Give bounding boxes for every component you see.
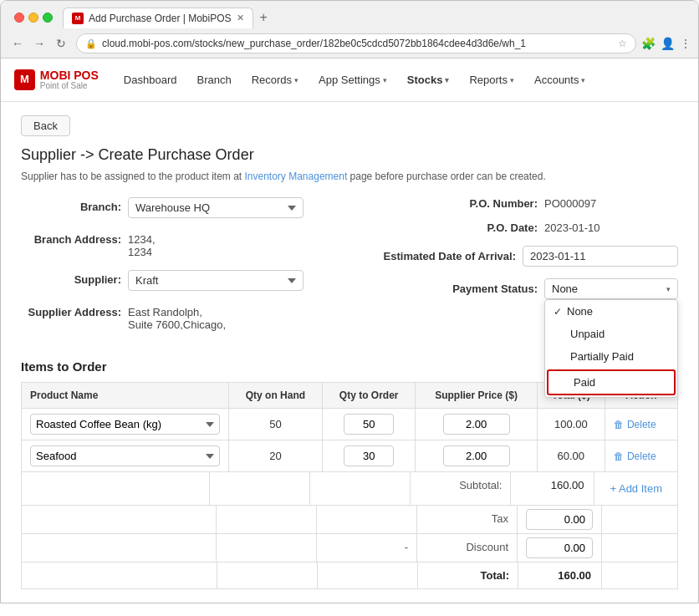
table-row: Seafood 20 60.00 🗑 D <box>22 440 678 472</box>
extension-icon: 🧩 <box>641 37 656 50</box>
trash-icon-1: 🗑 <box>614 451 624 462</box>
discount-input[interactable] <box>526 537 593 558</box>
col-product-name: Product Name <box>22 383 229 409</box>
supplier-address-value: East Randolph, Suite 7600,Chicago, <box>128 303 226 331</box>
nav-dashboard[interactable]: Dashboard <box>115 69 186 91</box>
payment-option-partially-paid[interactable]: Partially Paid <box>545 345 677 368</box>
star-icon: ☆ <box>618 38 627 49</box>
add-item-button[interactable]: + Add Item <box>603 479 669 498</box>
accounts-dropdown-arrow: ▾ <box>581 76 585 84</box>
payment-option-none[interactable]: ✓ None <box>545 300 677 323</box>
totals-section: Subtotal: 160.00 + Add Item Tax <box>21 472 678 589</box>
nav-stocks[interactable]: Stocks ▾ <box>399 69 458 91</box>
discount-label: Discount <box>417 534 518 562</box>
payment-status-menu: ✓ None Unpaid Partially Paid <box>544 299 678 398</box>
refresh-nav-button[interactable]: ↻ <box>51 33 71 53</box>
supplier-address-row: Supplier Address: East Randolph, Suite 7… <box>21 303 349 331</box>
lock-icon: 🔒 <box>85 38 97 49</box>
price-input-1[interactable] <box>443 445 510 466</box>
eta-row: Estimated Date of Arrival: <box>382 246 678 267</box>
branch-address-value: 1234, 1234 <box>128 230 156 258</box>
total-value: 160.00 <box>518 563 602 588</box>
maximize-button[interactable] <box>43 13 53 23</box>
supplier-select[interactable]: Kraft <box>128 270 304 291</box>
app-logo: M MOBI POS Point of Sale <box>14 69 99 90</box>
close-button[interactable] <box>14 13 24 23</box>
po-date-label: P.O. Date: <box>404 221 538 234</box>
new-tab-button[interactable]: + <box>257 10 271 25</box>
menu-icon: ⋮ <box>680 37 691 50</box>
logo-sub: Point of Sale <box>40 81 99 90</box>
delete-button-1[interactable]: 🗑 Delete <box>614 451 656 462</box>
qty-on-hand-cell-0: 50 <box>228 409 322 440</box>
nav-branch[interactable]: Branch <box>188 69 239 91</box>
product-cell-0: Roasted Coffee Bean (kg) <box>22 409 229 440</box>
inventory-mgmt-link[interactable]: Inventory Management <box>245 171 348 182</box>
tax-row: Tax <box>21 506 678 534</box>
profile-icon: 👤 <box>661 37 675 50</box>
page-subtitle: Supplier has to be assigned to the produ… <box>21 171 678 182</box>
eta-label: Estimated Date of Arrival: <box>382 250 516 262</box>
tab-favicon: M <box>72 13 84 24</box>
supplier-row: Supplier: Kraft <box>21 270 349 291</box>
nav-app-settings[interactable]: App Settings ▾ <box>310 69 395 91</box>
price-input-0[interactable] <box>443 414 510 435</box>
product-cell-1: Seafood <box>22 440 229 472</box>
total-label: Total: <box>418 563 518 588</box>
nav-records[interactable]: Records ▾ <box>243 69 307 91</box>
logo-text: MOBI POS <box>40 69 99 81</box>
payment-status-dropdown[interactable]: None ▾ ✓ None Unpaid <box>544 278 678 299</box>
branch-address-row: Branch Address: 1234, 1234 <box>21 230 349 258</box>
branch-select[interactable]: Warehouse HQ <box>128 197 304 218</box>
app-nav: M MOBI POS Point of Sale Dashboard Branc… <box>1 59 698 102</box>
trash-icon: 🗑 <box>614 419 624 430</box>
supplier-label: Supplier: <box>21 270 121 286</box>
total-cell-0: 100.00 <box>537 409 605 440</box>
payment-status-row: Payment Status: None ▾ ✓ None <box>382 278 678 299</box>
action-cell-0: 🗑 Delete <box>605 409 677 440</box>
subtotal-row: Subtotal: 160.00 + Add Item <box>21 472 678 506</box>
subtotal-label: Subtotal: <box>411 472 511 505</box>
col-qty-to-order: Qty to Order <box>322 383 415 409</box>
reports-dropdown-arrow: ▾ <box>510 76 514 84</box>
tax-input[interactable] <box>526 509 593 530</box>
delete-button-0[interactable]: 🗑 Delete <box>614 419 656 430</box>
nav-accounts[interactable]: Accounts ▾ <box>526 69 594 91</box>
back-nav-button[interactable]: ← <box>8 33 28 53</box>
minimize-button[interactable] <box>28 13 38 23</box>
total-cell-1: 60.00 <box>537 440 605 472</box>
qty-to-order-input-0[interactable] <box>344 414 394 435</box>
price-cell-0 <box>416 409 537 440</box>
po-number-value: PO000097 <box>544 197 678 210</box>
eta-input[interactable] <box>523 246 678 267</box>
payment-option-paid[interactable]: Paid <box>547 369 676 395</box>
check-icon: ✓ <box>554 306 562 318</box>
url-text: cloud.mobi-pos.com/stocks/new_purchase_o… <box>102 38 613 49</box>
payment-option-unpaid[interactable]: Unpaid <box>545 323 677 345</box>
payment-status-selected[interactable]: None ▾ <box>544 278 678 299</box>
action-cell-1: 🗑 Delete <box>605 440 677 472</box>
product-select-0[interactable]: Roasted Coffee Bean (kg) <box>30 414 220 435</box>
branch-row: Branch: Warehouse HQ <box>21 197 349 218</box>
back-button[interactable]: Back <box>21 115 70 136</box>
form-section: Branch: Warehouse HQ Branch Address: 123… <box>21 197 678 343</box>
tab-close-icon[interactable]: ✕ <box>237 13 244 23</box>
qty-on-hand-cell-1: 20 <box>228 440 322 472</box>
product-select-1[interactable]: Seafood <box>30 445 220 466</box>
forward-nav-button[interactable]: → <box>29 33 49 53</box>
po-date-value: 2023-01-10 <box>544 221 678 234</box>
discount-dash: - <box>317 534 417 562</box>
nav-reports[interactable]: Reports ▾ <box>461 69 523 91</box>
browser-tab[interactable]: M Add Purchase Order | MobiPOS ✕ <box>63 8 253 28</box>
qty-to-order-input-1[interactable] <box>344 445 394 466</box>
payment-dropdown-arrow: ▾ <box>666 285 671 293</box>
table-row: Roasted Coffee Bean (kg) 50 100.00 🗑 <box>22 409 678 440</box>
subtotal-value: 160.00 <box>511 472 594 505</box>
po-date-row: P.O. Date: 2023-01-10 <box>382 221 678 234</box>
supplier-address-label: Supplier Address: <box>21 303 121 318</box>
qty-to-order-cell-1 <box>322 440 415 472</box>
tax-label: Tax <box>417 506 518 533</box>
address-bar[interactable]: 🔒 cloud.mobi-pos.com/stocks/new_purchase… <box>76 33 636 53</box>
branch-label: Branch: <box>21 197 121 213</box>
stocks-dropdown-arrow: ▾ <box>445 76 449 84</box>
